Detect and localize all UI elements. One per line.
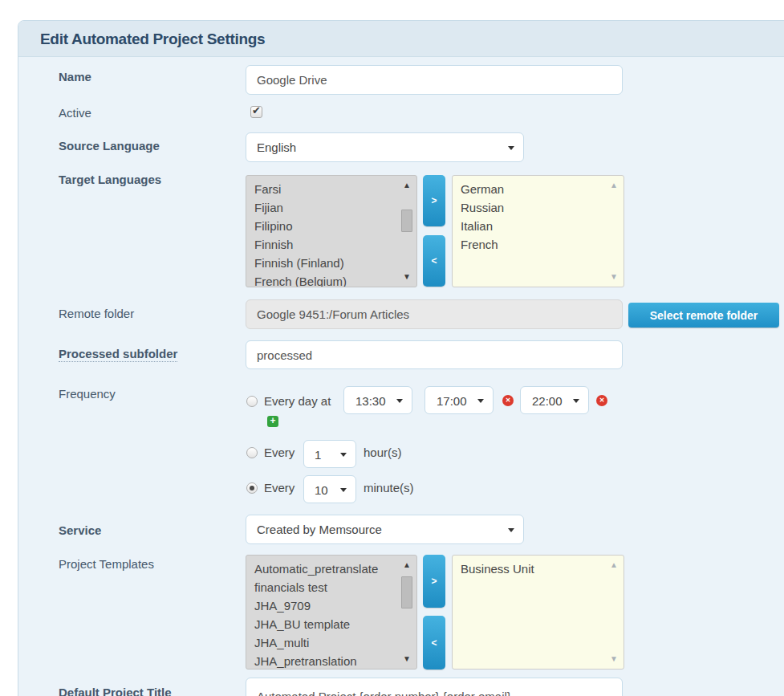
scroll-down-icon: ▼ [606,271,622,283]
frequency-minutes-prefix: Every [264,481,295,495]
active-checkbox[interactable] [250,106,262,118]
service-select[interactable]: Created by Memsource [246,515,524,544]
panel-header: Edit Automated Project Settings [18,21,784,57]
chevron-down-icon [396,399,403,403]
active-label: Active [59,106,91,120]
project-templates-add-button[interactable]: > [423,555,445,608]
time-value: 13:30 [355,394,386,408]
frequency-daily-radio[interactable] [246,396,258,407]
source-language-select[interactable]: English [246,132,524,162]
frequency-time-select-2[interactable]: 17:00 [424,386,494,414]
remove-time-icon[interactable] [596,395,607,406]
frequency-daily-label: Every day at [264,394,331,408]
time-value: 22:00 [532,394,563,408]
scrollbar[interactable]: ▲ ▼ [399,557,415,667]
page: Edit Automated Project Settings Name Goo… [0,0,784,696]
page-title: Edit Automated Project Settings [40,31,265,48]
list-item[interactable]: JHA_9709 [246,596,416,615]
project-templates-label: Project Templates [59,557,154,571]
list-item[interactable]: Automatic_pretranslate [246,560,416,578]
list-item[interactable]: Business Unit [453,560,624,578]
source-language-label: Source Language [59,139,160,153]
project-templates-available-list[interactable]: Automatic_pretranslate financials test J… [246,555,417,670]
processed-subfolder-input[interactable]: processed [246,340,623,369]
list-item[interactable]: Farsi [246,180,416,198]
frequency-time-select-3[interactable]: 22:00 [520,386,589,414]
time-value: 17:00 [437,394,467,408]
source-language-value: English [257,140,296,154]
list-item[interactable]: Finnish [246,235,416,254]
scroll-up-icon: ▲ [606,559,622,572]
add-time-icon[interactable] [267,416,278,427]
list-item[interactable]: Filipino [246,217,416,235]
list-item[interactable]: JHA_BU template [246,615,416,633]
frequency-minutes-suffix: minute(s) [364,481,414,495]
project-templates-remove-button[interactable]: < [423,616,445,670]
scroll-down-icon: ▼ [606,653,622,665]
scrollbar[interactable]: ▲ ▼ [399,177,415,285]
scroll-down-icon[interactable]: ▼ [399,653,415,665]
frequency-hourly-radio[interactable] [246,447,258,458]
list-item[interactable]: French (Belgium) [246,272,416,287]
chevron-down-icon [508,146,514,150]
chevron-down-icon [477,399,484,403]
scroll-down-icon[interactable]: ▼ [399,271,415,283]
scroll-up-icon[interactable]: ▲ [399,559,415,572]
name-input[interactable]: Google Drive [246,65,623,95]
remote-folder-label: Remote folder [59,307,134,320]
frequency-minutes-select[interactable]: 10 [303,475,356,503]
service-value: Created by Memsource [257,523,382,536]
target-languages-available-list[interactable]: Farsi Fijian Filipino Finnish Finnish (F… [246,175,417,287]
name-label: Name [59,70,91,83]
target-languages-label: Target Languages [59,173,161,186]
chevron-down-icon [573,399,579,403]
list-item[interactable]: Finnish (Finland) [246,254,416,272]
scroll-up-icon[interactable]: ▲ [399,179,415,192]
scrollbar: ▲ ▼ [606,177,622,285]
chevron-down-icon [340,488,347,492]
edit-automated-project-settings-panel: Edit Automated Project Settings Name Goo… [18,20,784,696]
frequency-label: Frequency [59,387,116,401]
select-remote-folder-button[interactable]: Select remote folder [628,303,779,328]
scrollbar-thumb[interactable] [401,576,412,608]
list-item[interactable]: French [453,235,624,254]
list-item[interactable]: financials test [246,578,416,596]
default-project-title-label: Default Project Title [59,686,172,696]
target-languages-remove-button[interactable]: < [423,235,445,287]
list-item[interactable]: Italian [453,217,624,235]
hours-value: 1 [315,448,321,462]
target-languages-selected-list[interactable]: German Russian Italian French ▲ ▼ [452,175,624,287]
frequency-hourly-prefix: Every [264,446,295,459]
list-item[interactable]: Russian [453,198,624,217]
chevron-down-icon [508,528,514,532]
default-project-title-input[interactable]: Automated Project {order number} {order … [246,678,623,696]
list-item[interactable]: JHA_pretranslation [246,652,416,670]
frequency-time-select-1[interactable]: 13:30 [343,386,412,414]
scrollbar: ▲ ▼ [606,557,622,667]
remote-folder-value: Google 9451:/Forum Articles [246,299,623,329]
remove-time-icon[interactable] [502,395,514,406]
frequency-minutes-radio[interactable] [246,482,258,494]
target-languages-add-button[interactable]: > [423,175,445,226]
service-label: Service [59,523,101,537]
frequency-hourly-suffix: hour(s) [364,446,402,459]
minutes-value: 10 [315,483,328,497]
processed-subfolder-label: Processed subfolder [59,347,177,362]
list-item[interactable]: JHA_multi [246,633,416,652]
chevron-down-icon [340,453,347,457]
project-templates-selected-list[interactable]: Business Unit ▲ ▼ [452,555,624,670]
frequency-hours-select[interactable]: 1 [303,440,356,468]
list-item[interactable]: German [453,180,624,198]
scroll-up-icon: ▲ [606,179,622,192]
scrollbar-thumb[interactable] [401,210,412,232]
list-item[interactable]: Fijian [246,198,416,217]
